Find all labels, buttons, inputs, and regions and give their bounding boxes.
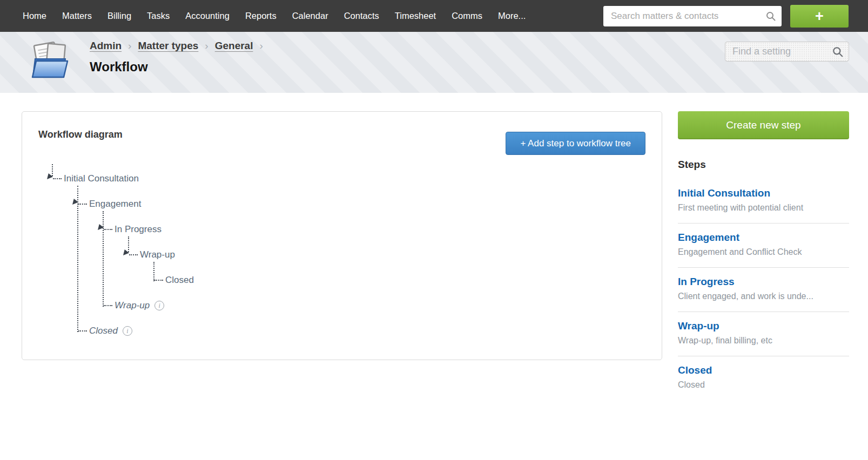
tree-node-label[interactable]: Closed [89,324,132,337]
step-description: Wrap-up, final billing, etc [678,336,849,346]
nav-item[interactable]: Tasks [147,11,170,21]
nav-item[interactable]: Contacts [344,11,379,21]
breadcrumb-separator-icon: › [205,40,208,52]
find-setting [725,42,849,62]
workflow-tree: Initial ConsultationEngagementIn Progres… [22,112,662,360]
breadcrumb-separator-icon: › [128,40,131,52]
step-description: Client engaged, and work is unde... [678,292,849,301]
create-new-step-button[interactable]: Create new step [678,111,849,139]
tree-connector-line [104,229,112,230]
step-title[interactable]: Closed [678,364,849,376]
tree-node-label[interactable]: Initial Consultation [64,172,139,185]
find-setting-input[interactable] [725,42,849,62]
tree-connector-line [129,254,138,255]
breadcrumb-separator-icon: › [259,40,263,52]
find-setting-search-icon[interactable] [832,46,844,60]
breadcrumb-link[interactable]: Matter types [138,40,198,52]
tree-node-text[interactable]: Wrap-up [140,248,175,261]
step-title[interactable]: Initial Consultation [678,187,849,199]
tree-node-text[interactable]: Initial Consultation [64,172,139,185]
folder-icon [30,40,73,84]
top-nav-items: HomeMattersBillingTasksAccountingReports… [23,11,526,21]
step-item: In Progress Client engaged, and work is … [678,268,849,312]
tree-connector-line [153,262,154,281]
step-item: Initial Consultation First meeting with … [678,179,849,224]
step-item: Closed Closed [678,356,849,400]
nav-item[interactable]: Home [23,11,46,21]
tree-node-text[interactable]: Closed [89,324,118,337]
breadcrumb-link[interactable]: General [215,40,253,52]
quick-add-button[interactable]: + [790,5,849,28]
tree-node-label[interactable]: Wrap-up [140,248,175,261]
steps-sidebar: Create new step Steps Initial Consultati… [678,111,849,400]
tree-node-text[interactable]: Closed [165,274,194,287]
step-title[interactable]: Wrap-up [678,320,849,332]
top-nav: HomeMattersBillingTasksAccountingReports… [0,0,868,32]
tree-connector-line [53,178,62,179]
global-search [603,6,782,26]
step-title[interactable]: In Progress [678,276,849,288]
nav-item[interactable]: Comms [452,11,482,21]
steps-list: Initial Consultation First meeting with … [678,179,849,400]
steps-heading: Steps [678,159,849,171]
step-description: First meeting with potential client [678,203,849,213]
nav-item[interactable]: Accounting [185,11,230,21]
tree-connector-line [77,186,78,332]
tree-connector-line [78,204,87,205]
tree-node-label[interactable]: Wrap-up [115,299,164,312]
tree-connector-line [78,330,87,332]
workflow-diagram-card: Workflow diagram + Add step to workflow … [22,111,662,360]
nav-item[interactable]: Billing [107,11,131,21]
tree-connector-line [103,211,104,307]
info-icon[interactable] [154,301,164,310]
tree-node-text[interactable]: In Progress [115,223,162,236]
tree-node-label[interactable]: In Progress [115,223,162,236]
nav-item[interactable]: Reports [245,11,277,21]
tree-node-label[interactable]: Closed [165,274,194,287]
step-item: Engagement Engagement and Conflict Check [678,224,849,268]
search-icon[interactable] [765,11,776,24]
page-title: Workflow [90,59,148,75]
step-title[interactable]: Engagement [678,232,849,243]
tree-node-text[interactable]: Wrap-up [115,299,150,312]
admin-header: Admin›Matter types›General› Workflow [0,32,868,93]
tree-connector-line [128,236,129,252]
nav-item[interactable]: Matters [62,11,92,21]
tree-node-text[interactable]: Engagement [89,198,141,211]
nav-item[interactable]: More... [498,11,526,21]
tree-connector-line [52,164,53,176]
info-icon[interactable] [123,326,132,336]
global-search-input[interactable] [603,6,782,26]
breadcrumb: Admin›Matter types›General› [90,40,263,52]
step-item: Wrap-up Wrap-up, final billing, etc [678,312,849,356]
nav-item[interactable]: Calendar [292,11,328,21]
step-description: Engagement and Conflict Check [678,247,849,257]
breadcrumb-link[interactable]: Admin [90,40,122,52]
tree-connector-line [154,280,163,281]
nav-item[interactable]: Timesheet [395,11,436,21]
tree-node-label[interactable]: Engagement [89,198,141,211]
tree-connector-line [104,305,112,306]
step-description: Closed [678,380,849,390]
